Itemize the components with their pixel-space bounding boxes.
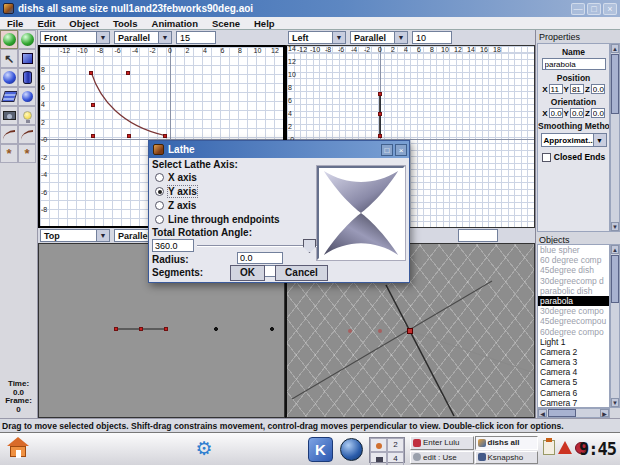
pos-y-input[interactable]: [570, 84, 584, 94]
scrollbar-thumb[interactable]: [611, 255, 619, 303]
faint-scene-point[interactable]: [378, 329, 382, 333]
window-titlebar[interactable]: dishs all same size null1and23febworks90…: [0, 0, 620, 17]
close-button[interactable]: ×: [603, 3, 617, 15]
faint-scene-point[interactable]: [348, 329, 352, 333]
orient-z-input[interactable]: [591, 108, 605, 118]
menu-item[interactable]: Tools: [106, 18, 145, 29]
object-list-item[interactable]: 60degree compo: [538, 327, 609, 337]
rotation-angle-input[interactable]: [152, 239, 194, 252]
top-view-select[interactable]: Top ▼: [40, 229, 110, 242]
app-launcher-icon[interactable]: [340, 438, 363, 461]
object-list-item[interactable]: Camera 3: [538, 357, 609, 367]
control-point[interactable]: [164, 327, 168, 331]
cancel-button[interactable]: Cancel: [275, 265, 328, 281]
object-list-item[interactable]: 45degreecompou: [538, 316, 609, 326]
menu-item[interactable]: Animation: [145, 18, 205, 29]
control-point[interactable]: [139, 327, 143, 331]
orient-y-input[interactable]: [570, 108, 584, 118]
ok-button[interactable]: OK: [230, 265, 265, 281]
task-button[interactable]: edit : Use: [410, 451, 474, 465]
object-list-item[interactable]: 45degree dish: [538, 265, 609, 275]
control-point[interactable]: [378, 92, 382, 96]
radio-icon[interactable]: [155, 173, 164, 182]
control-point[interactable]: [114, 327, 118, 331]
create-polymesh-tool[interactable]: [18, 87, 36, 106]
scale-points-tool[interactable]: *: [18, 144, 36, 163]
dark-scene-point[interactable]: [214, 327, 218, 331]
create-spline-mesh-tool[interactable]: [0, 87, 18, 106]
object-list-item[interactable]: Light 1: [538, 337, 609, 347]
object-list-item[interactable]: Camera 6: [538, 388, 609, 398]
menu-item[interactable]: File: [0, 18, 30, 29]
pager-desktop-4[interactable]: 4: [387, 452, 404, 465]
lathe-axis-radio[interactable]: Z axis: [155, 199, 196, 211]
rotation-angle-slider[interactable]: [197, 239, 317, 253]
menu-item[interactable]: Object: [62, 18, 106, 29]
control-point[interactable]: [127, 134, 131, 138]
move-points-tool[interactable]: *: [0, 144, 18, 163]
scrollbar-thumb[interactable]: [611, 54, 619, 114]
left-projection-select[interactable]: Parallel ▼: [350, 31, 408, 44]
kde-menu-icon[interactable]: K: [308, 437, 333, 462]
orient-x-input[interactable]: [549, 108, 563, 118]
object-list-item[interactable]: Camera 2: [538, 347, 609, 357]
task-button[interactable]: Ksnapsho: [475, 451, 539, 465]
task-button[interactable]: dishs all: [475, 436, 539, 450]
properties-scrollbar[interactable]: ▲ ▼: [610, 43, 620, 232]
pos-x-input[interactable]: [549, 84, 563, 94]
objects-vscrollbar[interactable]: ▲ ▼: [610, 244, 620, 408]
dialog-maximize-button[interactable]: □: [381, 144, 393, 156]
menu-item[interactable]: Help: [247, 18, 282, 29]
radio-icon[interactable]: [155, 201, 164, 210]
control-point[interactable]: [378, 112, 382, 116]
create-curve-tool[interactable]: [0, 125, 18, 144]
object-list-item[interactable]: Camera 5: [538, 377, 609, 387]
left-zoom-input[interactable]: [412, 31, 452, 44]
objects-hscrollbar[interactable]: ◀ ▶: [537, 408, 610, 418]
scroll-left-icon[interactable]: ◀: [538, 409, 547, 417]
warning-icon[interactable]: [558, 441, 572, 454]
pager-desktop-1[interactable]: [370, 438, 387, 452]
pager-desktop-3[interactable]: [370, 452, 387, 465]
scroll-up-icon[interactable]: ▲: [611, 245, 619, 254]
move-object-tool[interactable]: [0, 30, 18, 49]
control-point[interactable]: [91, 134, 95, 138]
object-list-item[interactable]: 30degreecomp d: [538, 276, 609, 286]
lathe-axis-radio[interactable]: Line through endpoints: [155, 213, 280, 225]
object-list-item[interactable]: blue spher: [538, 245, 609, 255]
create-approximating-curve-tool[interactable]: [18, 125, 36, 144]
control-point[interactable]: [91, 103, 95, 107]
control-point[interactable]: [163, 134, 167, 138]
rotate-object-tool[interactable]: [18, 30, 36, 49]
create-light-tool[interactable]: [18, 106, 36, 125]
scroll-down-icon[interactable]: ▼: [611, 222, 619, 231]
name-input[interactable]: [542, 58, 606, 70]
front-view-select[interactable]: Front ▼: [40, 31, 110, 44]
dialog-close-button[interactable]: ×: [395, 144, 407, 156]
object-list-item[interactable]: Camera 4: [538, 367, 609, 377]
control-point[interactable]: [126, 71, 130, 75]
gear-icon[interactable]: ⚙: [192, 437, 216, 461]
radio-icon[interactable]: [155, 215, 164, 224]
left-view-select[interactable]: Left ▼: [288, 31, 346, 44]
pager-desktop-2[interactable]: 2: [387, 438, 404, 452]
pos-z-input[interactable]: [591, 84, 605, 94]
menu-item[interactable]: Edit: [30, 18, 62, 29]
menu-item[interactable]: Scene: [205, 18, 247, 29]
object-list-item[interactable]: 30degree compo: [538, 306, 609, 316]
lathe-axis-radio[interactable]: Y axis: [155, 185, 197, 197]
smoothing-method-select[interactable]: Approximat... ▼: [541, 133, 607, 147]
scroll-right-icon[interactable]: ▶: [600, 409, 609, 417]
select-arrow-tool[interactable]: ↖: [0, 49, 18, 68]
home-launcher-icon[interactable]: [6, 437, 30, 461]
slider-thumb[interactable]: [303, 239, 316, 253]
selection-marker[interactable]: [407, 328, 413, 334]
dialog-titlebar[interactable]: Lathe □ ×: [149, 141, 409, 158]
dark-scene-point[interactable]: [270, 327, 274, 331]
front-projection-select[interactable]: Parallel ▼: [114, 31, 172, 44]
create-sphere-tool[interactable]: [0, 68, 18, 87]
scroll-up-icon[interactable]: ▲: [611, 44, 619, 53]
object-list-item[interactable]: parabolic dish: [538, 286, 609, 296]
camera-zoom-input[interactable]: [458, 229, 498, 242]
front-zoom-input[interactable]: [176, 31, 216, 44]
